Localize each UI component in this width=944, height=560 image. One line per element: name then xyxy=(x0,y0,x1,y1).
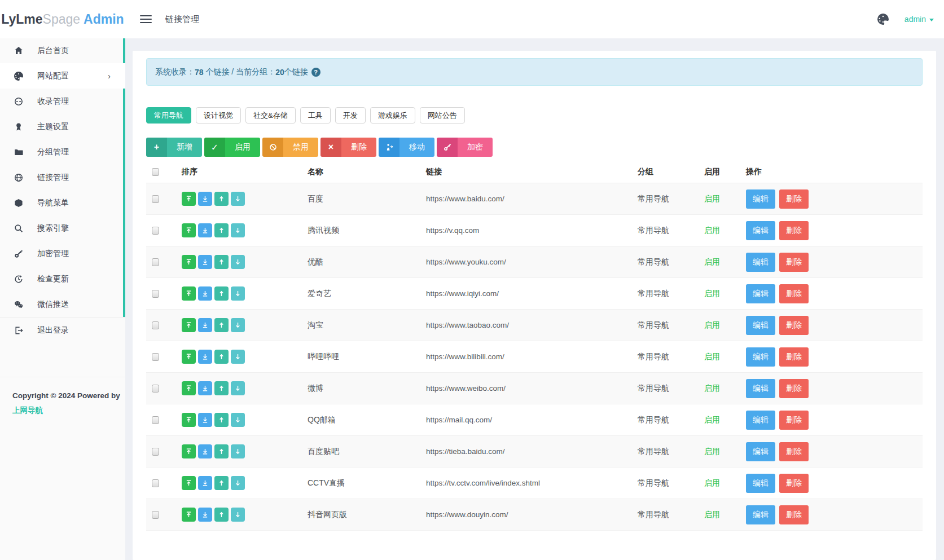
sidebar-item-wechat-push[interactable]: 微信推送 xyxy=(0,292,125,317)
sidebar-item-collection[interactable]: 收录管理 xyxy=(0,89,125,114)
sort-top-button[interactable] xyxy=(182,381,196,395)
hamburger-menu-icon[interactable] xyxy=(140,13,152,25)
sort-down-button[interactable] xyxy=(231,381,245,395)
sort-bottom-button[interactable] xyxy=(198,350,212,364)
copyright-link[interactable]: 上网导航 xyxy=(12,406,43,415)
sort-down-button[interactable] xyxy=(231,192,245,206)
edit-button[interactable]: 编辑 xyxy=(746,474,775,493)
sidebar-item-groups[interactable]: 分组管理 xyxy=(0,139,125,165)
sort-top-button[interactable] xyxy=(182,413,196,427)
edit-button[interactable]: 编辑 xyxy=(746,347,775,367)
sidebar-scrollbar[interactable] xyxy=(123,89,125,317)
sort-up-button[interactable] xyxy=(214,350,229,364)
sort-up-button[interactable] xyxy=(214,413,229,427)
sort-top-button[interactable] xyxy=(182,350,196,364)
sort-down-button[interactable] xyxy=(231,286,245,301)
sort-bottom-button[interactable] xyxy=(198,286,212,301)
row-checkbox[interactable] xyxy=(152,227,159,235)
tab-tools[interactable]: 工具 xyxy=(300,107,331,124)
sidebar-item-logout[interactable]: 退出登录 xyxy=(0,317,125,343)
sort-down-button[interactable] xyxy=(231,255,245,269)
sidebar-scrollbar[interactable] xyxy=(123,38,125,63)
sort-down-button[interactable] xyxy=(231,476,245,490)
sort-down-button[interactable] xyxy=(231,350,245,364)
theme-palette-icon[interactable] xyxy=(877,14,889,25)
tab-common-nav[interactable]: 常用导航 xyxy=(146,107,191,124)
sort-down-button[interactable] xyxy=(231,223,245,237)
row-checkbox[interactable] xyxy=(152,353,159,361)
sort-bottom-button[interactable] xyxy=(198,318,212,332)
delete-button[interactable]: 删除 xyxy=(779,316,809,335)
sort-top-button[interactable] xyxy=(182,286,196,301)
sort-top-button[interactable] xyxy=(182,223,196,237)
add-button[interactable]: + 新增 xyxy=(146,138,202,157)
disable-button[interactable]: 禁用 xyxy=(262,138,318,157)
sort-bottom-button[interactable] xyxy=(198,476,212,490)
row-checkbox[interactable] xyxy=(152,479,159,487)
edit-button[interactable]: 编辑 xyxy=(746,316,775,335)
sort-bottom-button[interactable] xyxy=(198,381,212,395)
row-checkbox[interactable] xyxy=(152,258,159,266)
sidebar-item-encryption[interactable]: 加密管理 xyxy=(0,241,125,266)
sort-up-button[interactable] xyxy=(214,476,229,490)
user-dropdown[interactable]: admin xyxy=(905,15,934,24)
edit-button[interactable]: 编辑 xyxy=(746,411,775,430)
sort-up-button[interactable] xyxy=(214,192,229,206)
sort-down-button[interactable] xyxy=(231,413,245,427)
sidebar-item-links[interactable]: 链接管理 xyxy=(0,165,125,190)
edit-button[interactable]: 编辑 xyxy=(746,379,775,398)
sidebar-item-search-engine[interactable]: 搜索引擎 xyxy=(0,215,125,241)
sort-top-button[interactable] xyxy=(182,476,196,490)
delete-button[interactable]: 删除 xyxy=(779,221,809,240)
sidebar-item-nav-menu[interactable]: 导航菜单 xyxy=(0,190,125,215)
tab-dev[interactable]: 开发 xyxy=(335,107,366,124)
question-circle-icon[interactable]: ? xyxy=(311,68,320,77)
delete-button[interactable]: 删除 xyxy=(779,189,809,209)
row-checkbox[interactable] xyxy=(152,385,159,393)
sort-up-button[interactable] xyxy=(214,381,229,395)
delete-button[interactable]: 删除 xyxy=(779,505,809,524)
sort-up-button[interactable] xyxy=(214,223,229,237)
edit-button[interactable]: 编辑 xyxy=(746,284,775,303)
delete-button[interactable]: 删除 xyxy=(779,253,809,272)
enable-button[interactable]: ✓ 启用 xyxy=(204,138,260,157)
sidebar-item-dashboard[interactable]: 后台首页 xyxy=(0,38,125,63)
sort-bottom-button[interactable] xyxy=(198,255,212,269)
row-checkbox[interactable] xyxy=(152,448,159,456)
sort-down-button[interactable] xyxy=(231,318,245,332)
select-all-checkbox[interactable] xyxy=(152,168,159,176)
edit-button[interactable]: 编辑 xyxy=(746,189,775,209)
tab-design-visual[interactable]: 设计视觉 xyxy=(196,107,241,124)
sort-up-button[interactable] xyxy=(214,318,229,332)
delete-button[interactable]: 删除 xyxy=(779,379,809,398)
sort-down-button[interactable] xyxy=(231,444,245,458)
edit-button[interactable]: 编辑 xyxy=(746,505,775,524)
sort-down-button[interactable] xyxy=(231,508,245,522)
encrypt-button[interactable]: 加密 xyxy=(437,138,493,157)
tab-site-notice[interactable]: 网站公告 xyxy=(420,107,465,124)
delete-button[interactable]: 删除 xyxy=(779,474,809,493)
row-checkbox[interactable] xyxy=(152,416,159,424)
sort-up-button[interactable] xyxy=(214,286,229,301)
sort-up-button[interactable] xyxy=(214,255,229,269)
sort-up-button[interactable] xyxy=(214,444,229,458)
sort-top-button[interactable] xyxy=(182,444,196,458)
edit-button[interactable]: 编辑 xyxy=(746,221,775,240)
bulk-delete-button[interactable]: × 删除 xyxy=(320,138,376,157)
sidebar-item-theme[interactable]: 主题设置 xyxy=(0,114,125,139)
edit-button[interactable]: 编辑 xyxy=(746,442,775,461)
sort-top-button[interactable] xyxy=(182,192,196,206)
move-button[interactable]: 移动 xyxy=(379,138,434,157)
row-checkbox[interactable] xyxy=(152,321,159,329)
sort-bottom-button[interactable] xyxy=(198,444,212,458)
delete-button[interactable]: 删除 xyxy=(779,442,809,461)
sort-top-button[interactable] xyxy=(182,508,196,522)
tab-social-storage[interactable]: 社交&存储 xyxy=(245,107,296,124)
sort-top-button[interactable] xyxy=(182,318,196,332)
sort-up-button[interactable] xyxy=(214,508,229,522)
row-checkbox[interactable] xyxy=(152,511,159,519)
row-checkbox[interactable] xyxy=(152,195,159,203)
sort-bottom-button[interactable] xyxy=(198,413,212,427)
edit-button[interactable]: 编辑 xyxy=(746,253,775,272)
delete-button[interactable]: 删除 xyxy=(779,284,809,303)
